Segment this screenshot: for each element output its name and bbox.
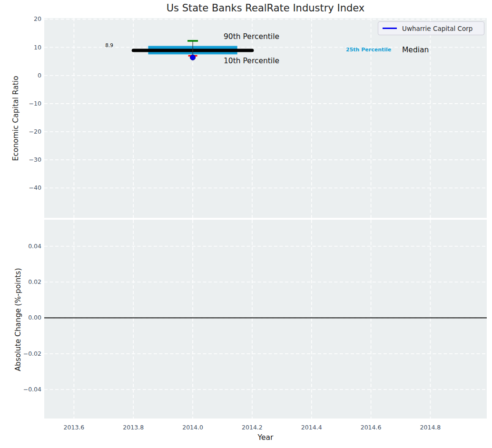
legend-label: Uwharrie Capital Corp xyxy=(402,25,472,32)
figure: Us State Banks RealRate Industry Index E… xyxy=(0,0,492,448)
ytick-label: −0.04 xyxy=(23,385,41,394)
ytick-label: 10 xyxy=(34,43,41,52)
bottom-plot-area xyxy=(44,220,487,419)
legend-line-sample xyxy=(383,28,397,29)
ytick-label: 0.00 xyxy=(28,313,41,322)
xtick-label: 2014.6 xyxy=(356,423,386,432)
company-point xyxy=(190,55,196,60)
xtick-label: 2013.6 xyxy=(59,423,89,432)
annotation-median: Median xyxy=(402,46,429,54)
y-axis-label-bottom: Absolute Change (%-points) xyxy=(14,258,22,381)
annotation-10th-percentile: 10th Percentile xyxy=(224,57,279,65)
annotation-median-value: 8.9 xyxy=(97,42,113,48)
xtick-label: 2014.8 xyxy=(415,423,445,432)
ytick-label: 0 xyxy=(38,71,41,80)
chart-title: Us State Banks RealRate Industry Index xyxy=(44,2,487,14)
bottom-plot-canvas xyxy=(44,220,487,419)
xtick-label: 2014.4 xyxy=(296,423,327,432)
ytick-label: 0.04 xyxy=(28,242,41,251)
legend: Uwharrie Capital Corp xyxy=(378,21,484,35)
annotation-25th-percentile: 25th Percentile xyxy=(346,47,391,53)
xtick-label: 2013.8 xyxy=(118,423,148,432)
ytick-label: 0.02 xyxy=(28,278,41,286)
ytick-label: 20 xyxy=(34,15,41,23)
ytick-label: −0.02 xyxy=(23,350,41,358)
x-axis-label: Year xyxy=(44,433,487,442)
xtick-label: 2014.2 xyxy=(237,423,267,432)
ytick-label: −40 xyxy=(29,184,41,192)
annotation-90th-percentile: 90th Percentile xyxy=(224,32,279,41)
ytick-label: −10 xyxy=(29,99,41,108)
xtick-label: 2014.0 xyxy=(177,423,208,432)
ytick-label: −30 xyxy=(29,156,41,164)
y-axis-label-top: Economic Capital Ratio xyxy=(11,66,20,171)
ytick-label: −20 xyxy=(29,127,41,136)
